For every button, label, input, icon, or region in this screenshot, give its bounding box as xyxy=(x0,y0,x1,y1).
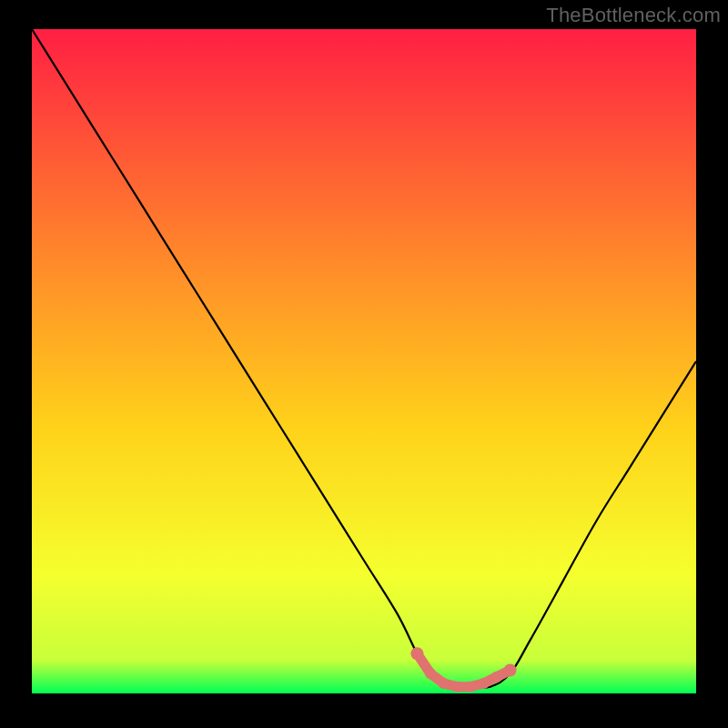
marker-dot xyxy=(439,678,450,689)
marker-dot xyxy=(465,682,476,693)
marker-dot xyxy=(491,672,502,682)
marker-dot xyxy=(425,668,436,679)
gradient-background xyxy=(32,29,696,693)
plot-area xyxy=(32,29,696,693)
chart-svg xyxy=(32,29,696,693)
marker-dot xyxy=(410,647,423,660)
watermark-text: TheBottleneck.com xyxy=(546,4,721,27)
marker-dot xyxy=(478,678,489,689)
marker-dot xyxy=(451,682,462,693)
chart-frame: TheBottleneck.com xyxy=(0,0,728,728)
marker-dot xyxy=(504,664,517,677)
